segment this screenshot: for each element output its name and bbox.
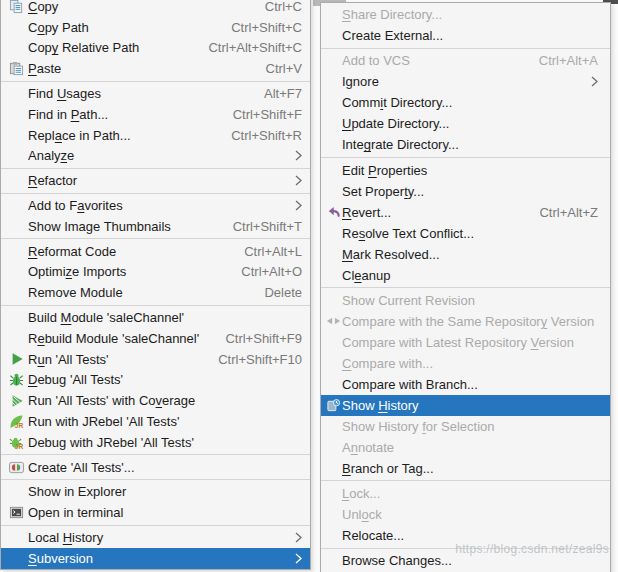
context-menu: CopyCtrl+CCopy PathCtrl+Shift+CCopy Rela… <box>0 0 311 570</box>
menu-item-shortcut: Ctrl+Shift+F10 <box>218 352 302 367</box>
menu-item-copy-path[interactable]: Copy PathCtrl+Shift+C <box>1 17 310 38</box>
menu-item-copy-relative-path[interactable]: Copy Relative PathCtrl+Alt+Shift+C <box>1 38 310 59</box>
menu-item-subversion[interactable]: Subversion <box>1 548 310 569</box>
svg-text:JR: JR <box>15 443 24 450</box>
icon-placeholder <box>5 310 28 326</box>
icon-placeholder <box>324 162 342 178</box>
icon-placeholder <box>5 40 28 56</box>
menu-item-run-all-tests[interactable]: Run 'All Tests'Ctrl+Shift+F10 <box>1 349 310 370</box>
menu-item-show-history[interactable]: Show History <box>321 395 610 416</box>
icon-placeholder <box>5 106 28 122</box>
menu-item-remove-module[interactable]: Remove ModuleDelete <box>1 282 310 303</box>
menu-item-mark-resolved[interactable]: Mark Resolved... <box>321 244 610 265</box>
icon-placeholder <box>324 507 342 523</box>
menu-item-compare-with-branch[interactable]: Compare with Branch... <box>321 374 610 395</box>
menu-item-update-directory[interactable]: Update Directory... <box>321 113 610 134</box>
menu-item-rebuild-module-salechannel[interactable]: Rebuild Module 'saleChannel'Ctrl+Shift+F… <box>1 328 310 349</box>
menu-item-resolve-text-conflict[interactable]: Resolve Text Conflict... <box>321 223 610 244</box>
menu-item-label: Open in terminal <box>28 505 302 520</box>
menu-item-label: Find in Path... <box>28 107 215 122</box>
submenu-arrow-icon <box>295 175 302 186</box>
menu-item-label: Branch or Tag... <box>342 461 598 476</box>
menu-item-label: Debug 'All Tests' <box>28 372 302 387</box>
terminal-icon <box>5 505 28 521</box>
menu-item-shortcut: Ctrl+Alt+L <box>244 244 302 259</box>
menu-item-reformat-code[interactable]: Reformat CodeCtrl+Alt+L <box>1 241 310 262</box>
menu-item-compare-with-the-same-repository-version: Compare with the Same Repository Version <box>321 311 610 332</box>
menu-item-compare-with-latest-repository-version: Compare with Latest Repository Version <box>321 332 610 353</box>
icon-placeholder <box>324 460 342 476</box>
icon-placeholder <box>324 137 342 153</box>
menu-item-label: Lock... <box>342 486 598 501</box>
menu-item-label: Run 'All Tests' <box>28 352 200 367</box>
menu-item-show-in-explorer[interactable]: Show in Explorer <box>1 482 310 503</box>
icon-placeholder <box>5 19 28 35</box>
menu-item-show-history-for-selection: Show History for Selection <box>321 416 610 437</box>
menu-item-add-to-favorites[interactable]: Add to Favorites <box>1 195 310 216</box>
menu-item-label: Optimize Imports <box>28 264 223 279</box>
menu-item-debug-all-tests[interactable]: Debug 'All Tests' <box>1 370 310 391</box>
menu-item-revert[interactable]: Revert...Ctrl+Alt+Z <box>321 202 610 223</box>
menu-item-label: Show History for Selection <box>342 419 598 434</box>
menu-item-shortcut: Ctrl+Alt+Z <box>539 205 598 220</box>
menu-item-label: Set Property... <box>342 184 598 199</box>
jrebel-debug-icon: JR <box>5 434 28 450</box>
menu-item-label: Find Usages <box>28 86 246 101</box>
menu-item-cleanup[interactable]: Cleanup <box>321 265 610 286</box>
menu-item-shortcut: Alt+F7 <box>264 86 302 101</box>
menu-item-label: Share Directory... <box>342 7 598 22</box>
icon-placeholder <box>324 74 342 90</box>
menu-item-integrate-directory[interactable]: Integrate Directory... <box>321 134 610 155</box>
submenu-arrow-icon <box>295 200 302 211</box>
menu-item-open-in-terminal[interactable]: Open in terminal <box>1 502 310 523</box>
menu-item-copy[interactable]: CopyCtrl+C <box>1 0 310 17</box>
menu-item-analyze[interactable]: Analyze <box>1 146 310 167</box>
menu-item-label: Update Directory... <box>342 116 598 131</box>
menu-item-label: Add to Favorites <box>28 198 285 213</box>
menu-item-run-all-tests-with-coverage[interactable]: Run 'All Tests' with Coverage <box>1 390 310 411</box>
menu-separator <box>321 287 610 288</box>
menu-item-run-with-jrebel-all-tests[interactable]: JRRun with JRebel 'All Tests' <box>1 411 310 432</box>
menu-item-optimize-imports[interactable]: Optimize ImportsCtrl+Alt+O <box>1 262 310 283</box>
menu-item-replace-in-path[interactable]: Replace in Path...Ctrl+Shift+R <box>1 125 310 146</box>
submenu-arrow-icon <box>295 553 302 564</box>
menu-item-local-history[interactable]: Local History <box>1 527 310 548</box>
icon-placeholder <box>324 53 342 69</box>
menu-item-ignore[interactable]: Ignore <box>321 71 610 92</box>
menu-item-label: Mark Resolved... <box>342 247 598 262</box>
menu-item-build-module-salechannel[interactable]: Build Module 'saleChannel' <box>1 307 310 328</box>
menu-item-shortcut: Ctrl+C <box>265 0 302 14</box>
menu-item-set-property[interactable]: Set Property... <box>321 181 610 202</box>
icon-placeholder <box>324 267 342 283</box>
menu-item-show-image-thumbnails[interactable]: Show Image ThumbnailsCtrl+Shift+T <box>1 216 310 237</box>
menu-item-branch-or-tag[interactable]: Branch or Tag... <box>321 458 610 479</box>
icon-placeholder <box>5 330 28 346</box>
menu-item-edit-properties[interactable]: Edit Properties <box>321 160 610 181</box>
menu-item-label: Show Current Revision <box>342 293 598 308</box>
menu-item-find-usages[interactable]: Find UsagesAlt+F7 <box>1 83 310 104</box>
menu-item-create-external[interactable]: Create External... <box>321 25 610 46</box>
menu-item-create-all-tests[interactable]: Create 'All Tests'... <box>1 457 310 478</box>
menu-item-debug-with-jrebel-all-tests[interactable]: JRDebug with JRebel 'All Tests' <box>1 432 310 453</box>
submenu-arrow-icon <box>591 76 598 87</box>
menu-item-label: Create External... <box>342 28 598 43</box>
icon-placeholder <box>324 376 342 392</box>
menu-item-label: Add to VCS <box>342 53 521 68</box>
subversion-submenu: Share Directory...Create External...Add … <box>320 2 611 572</box>
menu-item-label: Refactor <box>28 173 285 188</box>
menu-item-refactor[interactable]: Refactor <box>1 170 310 191</box>
submenu-arrow-icon <box>295 532 302 543</box>
run-icon <box>5 351 28 367</box>
menu-item-label: Run with JRebel 'All Tests' <box>28 414 302 429</box>
menu-item-label: Build Module 'saleChannel' <box>28 310 302 325</box>
menu-item-label: Relocate... <box>342 528 598 543</box>
menu-item-label: Local History <box>28 530 285 545</box>
menu-item-find-in-path[interactable]: Find in Path...Ctrl+Shift+F <box>1 104 310 125</box>
submenu-arrow-icon <box>295 150 302 161</box>
menu-item-paste[interactable]: PasteCtrl+V <box>1 58 310 79</box>
menu-item-label: Integrate Directory... <box>342 137 598 152</box>
menu-item-label: Replace in Path... <box>28 128 213 143</box>
icon-placeholder <box>324 418 342 434</box>
icon-placeholder <box>324 7 342 23</box>
menu-item-commit-directory[interactable]: Commit Directory... <box>321 92 610 113</box>
